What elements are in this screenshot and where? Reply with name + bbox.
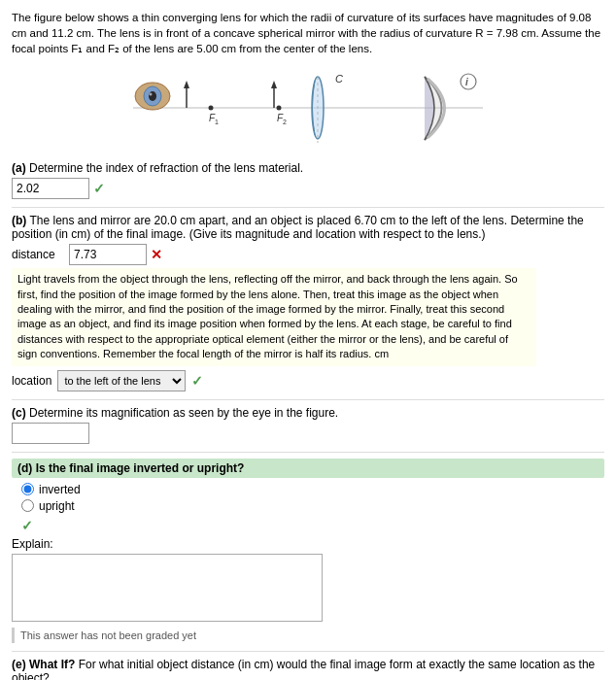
explain-textarea[interactable] (12, 554, 323, 622)
radio-group: inverted upright (21, 483, 604, 513)
location-select[interactable]: to the left of the lens to the right of … (57, 370, 186, 391)
location-label: location (12, 374, 51, 388)
distance-label: distance (12, 248, 65, 261)
explain-label: Explain: (12, 537, 604, 551)
svg-text:1: 1 (215, 119, 219, 125)
not-graded-text: This answer has not been graded yet (12, 628, 604, 643)
part-a-input[interactable] (12, 178, 89, 199)
part-b-label: (b) The lens and mirror are 20.0 cm apar… (12, 214, 604, 241)
radio-upright-row: upright (21, 499, 604, 513)
radio-upright[interactable] (21, 499, 34, 512)
svg-text:i: i (465, 77, 468, 87)
part-b-section: (b) The lens and mirror are 20.0 cm apar… (12, 214, 604, 391)
part-b-distance-input[interactable] (69, 244, 147, 265)
svg-marker-6 (184, 81, 189, 88)
part-a-check: ✓ (93, 181, 105, 196)
part-b-hint: Light travels from the object through th… (12, 268, 536, 365)
part-d-check: ✓ (21, 518, 33, 533)
lens-diagram: F 1 F 2 C i (123, 67, 493, 150)
part-c-input[interactable] (12, 423, 89, 444)
svg-point-3 (149, 91, 156, 101)
svg-text:C: C (335, 73, 343, 85)
figure-area: F 1 F 2 C i (12, 64, 604, 152)
svg-point-9 (209, 105, 214, 110)
intro-text: The figure below shows a thin converging… (12, 10, 604, 56)
svg-point-4 (150, 92, 153, 95)
part-b-x-icon: ✕ (151, 247, 162, 262)
part-e-section: (e) What If? For what initial object dis… (12, 658, 604, 680)
part-d-section: (d) Is the final image inverted or uprig… (12, 459, 604, 643)
part-e-label: (e) What If? For what initial object dis… (12, 658, 604, 680)
part-a-label: (a) Determine the index of refraction of… (12, 161, 604, 175)
part-c-section: (c) Determine its magnification as seen … (12, 406, 604, 444)
svg-point-14 (277, 105, 282, 110)
part-a-section: (a) Determine the index of refraction of… (12, 161, 604, 199)
svg-text:2: 2 (283, 119, 287, 125)
svg-marker-11 (271, 81, 277, 88)
radio-inverted-label: inverted (39, 483, 81, 496)
svg-point-18 (461, 74, 476, 89)
part-b-check: ✓ (191, 373, 203, 389)
radio-upright-label: upright (39, 499, 75, 513)
radio-inverted-row: inverted (21, 483, 604, 496)
radio-inverted[interactable] (21, 483, 34, 495)
part-d-header: (d) Is the final image inverted or uprig… (12, 459, 604, 478)
part-c-label: (c) Determine its magnification as seen … (12, 406, 604, 420)
